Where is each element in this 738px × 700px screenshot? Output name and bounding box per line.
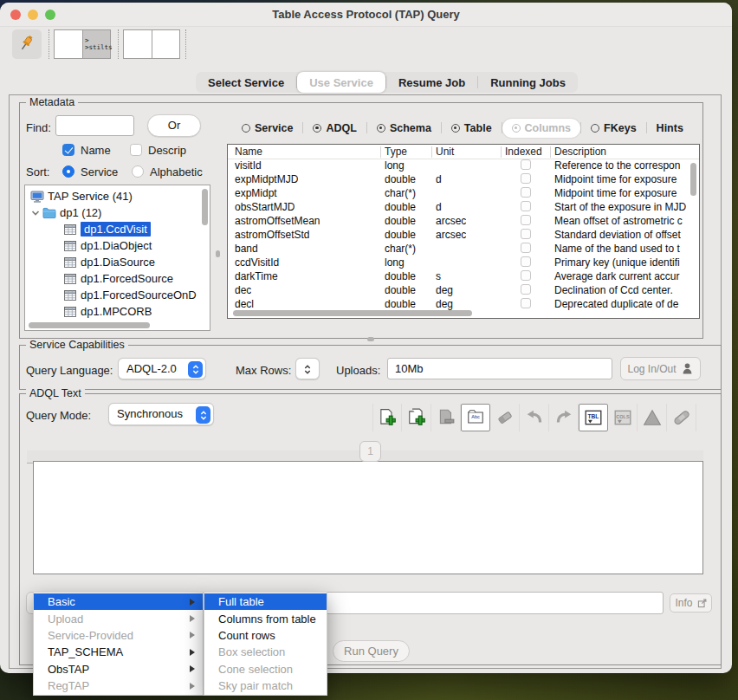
column-row-expMidpt[interactable]: expMidptchar(*)Midpoint time for exposur… xyxy=(228,187,699,201)
pin-window-button[interactable] xyxy=(12,29,42,59)
menu-item-label: Service-Provided xyxy=(48,629,133,642)
table-hscrollbar-thumb[interactable] xyxy=(233,310,472,316)
title-sheet-button[interactable]: Abc xyxy=(461,404,490,431)
col-header-unit[interactable]: Unit xyxy=(436,146,454,158)
metadata-splitter-handle[interactable] xyxy=(367,337,374,341)
run-query-button[interactable]: Run Query xyxy=(333,640,410,662)
submenu-item-columns-from-table[interactable]: Columns from table xyxy=(204,610,327,626)
tree-node-dp1-12-[interactable]: dp1 (12) xyxy=(25,204,210,221)
tab-use-service[interactable]: Use Service xyxy=(297,72,385,93)
toolbar-separator xyxy=(49,29,49,59)
fix-error-button xyxy=(667,404,696,431)
column-row-visitId[interactable]: visitIdlongReference to the correspon xyxy=(228,159,699,173)
tab-resume-job[interactable]: Resume Job xyxy=(386,72,477,93)
query-mode-select[interactable]: Synchronous xyxy=(108,403,214,425)
tab-running-jobs[interactable]: Running Jobs xyxy=(478,72,578,93)
table-vscrollbar-thumb[interactable] xyxy=(690,163,696,196)
tree-hscrollbar-thumb[interactable] xyxy=(29,322,150,328)
name-checkbox[interactable] xyxy=(62,144,74,156)
adql-textarea[interactable] xyxy=(33,461,703,574)
cell-type: double xyxy=(385,284,416,296)
column-row-expMidptMJD[interactable]: expMidptMJDdoubledMidpoint time for expo… xyxy=(228,173,699,187)
pushpin-icon xyxy=(17,33,36,55)
query-language-select[interactable]: ADQL-2.0 xyxy=(118,358,206,379)
column-row-obsStartMJD[interactable]: obsStartMJDdoubledStart of the exposure … xyxy=(228,201,699,215)
cell-type: double xyxy=(385,229,416,241)
tree-node-dp1.DiaObject[interactable]: dp1.DiaObject xyxy=(25,237,210,254)
indexed-checkbox[interactable] xyxy=(521,270,531,281)
add-sheets-button[interactable] xyxy=(402,404,431,431)
cell-name: expMidpt xyxy=(235,187,277,199)
menu-item-obstap[interactable]: ObsTAP xyxy=(34,661,203,677)
column-row-darkTime[interactable]: darkTimedoublesAverage dark current accu… xyxy=(228,270,699,284)
column-row-ccdVisitId[interactable]: ccdVisitIdlongPrimary key (unique identi… xyxy=(228,256,699,270)
parse-error-button xyxy=(638,404,667,431)
tree-expander-icon[interactable] xyxy=(30,208,41,218)
cell-desc: Primary key (unique identifi xyxy=(554,256,689,269)
reload-button[interactable] xyxy=(55,30,82,58)
indexed-checkbox[interactable] xyxy=(521,298,531,308)
indexed-checkbox[interactable] xyxy=(521,201,531,211)
view-tab-schema[interactable]: Schema xyxy=(367,119,441,138)
column-row-band[interactable]: bandchar(*)Name of the band used to t xyxy=(228,243,699,256)
find-input[interactable] xyxy=(55,115,134,136)
max-rows-select[interactable] xyxy=(295,358,320,379)
view-tab-hints[interactable]: Hints xyxy=(647,119,693,138)
sort-alphabetic-radio[interactable] xyxy=(132,165,144,178)
tab-select-service[interactable]: Select Service xyxy=(196,72,296,93)
view-tab-fkeys[interactable]: FKeys xyxy=(581,119,646,138)
indexed-checkbox[interactable] xyxy=(521,284,531,295)
col-header-description[interactable]: Description xyxy=(554,146,606,158)
cell-type: long xyxy=(385,256,405,269)
info-button[interactable]: Info xyxy=(670,593,712,612)
menu-item-tap_schema[interactable]: TAP_SCHEMA xyxy=(34,644,203,660)
indexed-checkbox[interactable] xyxy=(521,229,531,239)
tree-node-dp1.ForcedSource[interactable]: dp1.ForcedSource xyxy=(25,270,210,287)
cell-unit: arcsec xyxy=(436,215,466,227)
tree-node-dp1.ForcedSourceOnD[interactable]: dp1.ForcedSourceOnD xyxy=(25,287,210,303)
help-button[interactable]: ? xyxy=(124,30,152,58)
submenu-item-full-table[interactable]: Full table xyxy=(204,593,327,610)
col-header-name[interactable]: Name xyxy=(235,146,262,158)
tree-vscrollbar-thumb[interactable] xyxy=(202,189,208,225)
column-row-astromOffsetMean[interactable]: astromOffsetMeandoublearcsecMean offset … xyxy=(228,215,699,229)
login-button[interactable]: Log In/Out xyxy=(620,357,701,380)
col-header-indexed[interactable]: Indexed xyxy=(505,146,542,158)
menu-item-basic[interactable]: Basic xyxy=(34,593,203,610)
uploads-field[interactable]: 10Mb xyxy=(387,358,612,379)
descrip-checkbox[interactable] xyxy=(130,144,142,156)
column-row-dec[interactable]: decdoubledegDeclination of Ccd center. xyxy=(228,284,699,298)
example-url-field[interactable] xyxy=(299,592,664,614)
submenu-item-count-rows[interactable]: Count rows xyxy=(204,627,327,644)
indexed-checkbox[interactable] xyxy=(521,173,531,184)
close-dialog-button[interactable] xyxy=(152,30,179,58)
tree-node-TAP-Service-41-[interactable]: TAP Service (41) xyxy=(25,188,210,204)
adql-text-legend: ADQL Text xyxy=(26,387,85,399)
stilts-button[interactable]: > >stilts xyxy=(82,30,110,58)
sheet-tab-1[interactable]: 1 xyxy=(359,441,381,462)
or-button[interactable]: Or xyxy=(147,114,201,137)
col-header-type[interactable]: Type xyxy=(385,146,407,158)
view-tab-service[interactable]: Service xyxy=(232,119,302,138)
indexed-checkbox[interactable] xyxy=(521,215,531,225)
view-tab-table[interactable]: Table xyxy=(442,119,502,138)
insert-table-button[interactable]: TBL xyxy=(579,404,608,431)
tree-table-splitter[interactable] xyxy=(216,250,220,257)
tree-node-dp1.MPCORB[interactable]: dp1.MPCORB xyxy=(25,303,210,320)
tree-node-dp1.CcdVisit[interactable]: dp1.CcdVisit xyxy=(25,221,210,237)
table-icon xyxy=(63,305,77,319)
indexed-checkbox[interactable] xyxy=(521,243,531,253)
tree-node-dp1.DiaSource[interactable]: dp1.DiaSource xyxy=(25,254,210,270)
column-row-astromOffsetStd[interactable]: astromOffsetStddoublearcsecStandard devi… xyxy=(228,229,699,243)
menu-item-label: Full table xyxy=(218,595,264,608)
sheets-plus-icon xyxy=(407,408,426,427)
indexed-checkbox[interactable] xyxy=(521,187,531,198)
view-tab-columns[interactable]: Columns xyxy=(502,119,580,138)
sort-service-radio[interactable] xyxy=(62,165,74,178)
view-tab-adql[interactable]: ADQL xyxy=(303,119,366,138)
add-sheet-button[interactable] xyxy=(372,404,402,431)
submenu-arrow-icon xyxy=(190,649,195,656)
indexed-checkbox[interactable] xyxy=(521,159,531,170)
cell-unit: arcsec xyxy=(436,229,466,241)
indexed-checkbox[interactable] xyxy=(521,256,531,267)
